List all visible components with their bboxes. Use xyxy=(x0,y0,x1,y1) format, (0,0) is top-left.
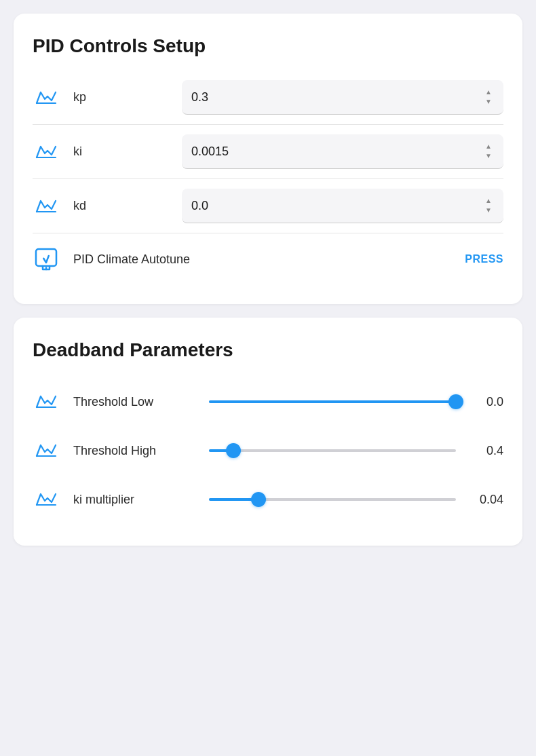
kp-decrement[interactable]: ▼ xyxy=(483,98,494,106)
threshold-high-value: 0.4 xyxy=(470,444,503,458)
kd-spinner[interactable]: ▲ ▼ xyxy=(483,197,494,214)
kd-row: kd 0.0 ▲ ▼ xyxy=(33,182,503,230)
threshold-low-slider[interactable] xyxy=(209,395,456,409)
divider-1 xyxy=(33,124,503,125)
ki-multiplier-thumb[interactable] xyxy=(251,492,266,507)
kd-input-wrapper[interactable]: 0.0 ▲ ▼ xyxy=(182,189,503,223)
threshold-low-value: 0.0 xyxy=(470,395,503,409)
ki-multiplier-label: ki multiplier xyxy=(73,493,195,507)
ki-multiplier-icon xyxy=(33,486,60,513)
kp-input-wrapper[interactable]: 0.3 ▲ ▼ xyxy=(182,80,503,115)
ki-multiplier-row: ki multiplier 0.04 xyxy=(33,475,503,524)
ki-increment[interactable]: ▲ xyxy=(483,143,494,151)
threshold-high-track-bg xyxy=(209,449,456,452)
kp-label: kp xyxy=(73,90,168,105)
kp-spinner[interactable]: ▲ ▼ xyxy=(483,88,494,106)
threshold-high-thumb[interactable] xyxy=(226,443,241,458)
ki-row: ki 0.0015 ▲ ▼ xyxy=(33,128,503,176)
ki-icon xyxy=(33,138,60,166)
deadband-card-title: Deadband Parameters xyxy=(33,339,503,361)
pid-card-title: PID Controls Setup xyxy=(33,35,503,57)
threshold-high-icon xyxy=(33,437,60,464)
kd-increment[interactable]: ▲ xyxy=(483,197,494,205)
autotune-icon xyxy=(33,246,60,273)
divider-2 xyxy=(33,178,503,179)
threshold-high-slider[interactable] xyxy=(209,444,456,457)
kp-value: 0.3 xyxy=(191,90,208,105)
autotune-row: PID Climate Autotune PRESS xyxy=(33,236,503,282)
threshold-low-row: Threshold Low 0.0 xyxy=(33,377,503,426)
kd-label: kd xyxy=(73,199,168,213)
kp-increment[interactable]: ▲ xyxy=(483,88,494,96)
deadband-card: Deadband Parameters Threshold Low 0.0 xyxy=(14,318,522,546)
kd-icon xyxy=(33,193,60,220)
threshold-low-icon xyxy=(33,388,60,415)
kd-decrement[interactable]: ▼ xyxy=(483,206,494,214)
autotune-press-button[interactable]: PRESS xyxy=(465,253,503,265)
threshold-low-thumb[interactable] xyxy=(448,394,463,409)
kp-icon xyxy=(33,84,60,111)
divider-3 xyxy=(33,233,503,233)
pid-controls-card: PID Controls Setup kp 0.3 ▲ ▼ ki xyxy=(14,14,522,304)
ki-value: 0.0015 xyxy=(191,145,229,159)
threshold-low-label: Threshold Low xyxy=(73,395,195,409)
threshold-high-label: Threshold High xyxy=(73,444,195,458)
ki-input-wrapper[interactable]: 0.0015 ▲ ▼ xyxy=(182,134,503,169)
ki-spinner[interactable]: ▲ ▼ xyxy=(483,143,494,160)
kd-value: 0.0 xyxy=(191,199,208,213)
ki-multiplier-value: 0.04 xyxy=(470,493,503,507)
kp-row: kp 0.3 ▲ ▼ xyxy=(33,73,503,121)
autotune-label: PID Climate Autotune xyxy=(73,252,451,267)
ki-multiplier-slider[interactable] xyxy=(209,493,456,506)
threshold-high-row: Threshold High 0.4 xyxy=(33,426,503,475)
threshold-low-track-fill xyxy=(209,400,456,403)
ki-label: ki xyxy=(73,145,168,159)
ki-decrement[interactable]: ▼ xyxy=(483,152,494,160)
